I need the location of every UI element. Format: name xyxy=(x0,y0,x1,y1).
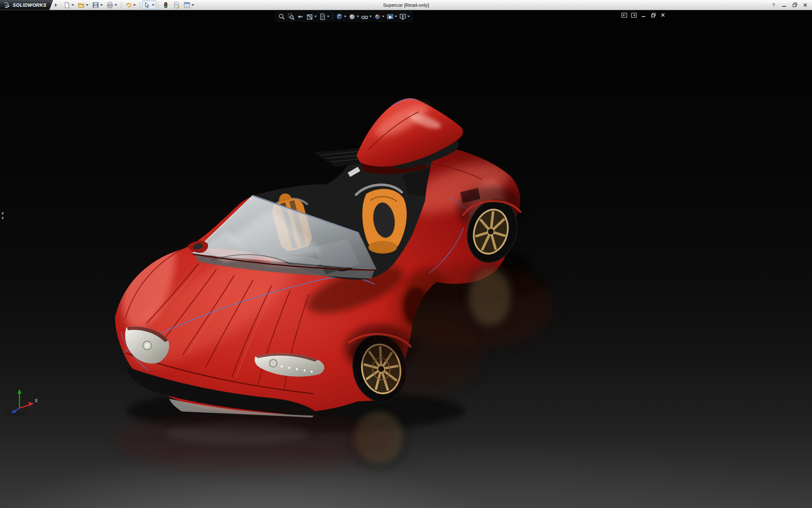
document-restore-button[interactable] xyxy=(649,11,657,19)
main-toolbar xyxy=(60,0,196,10)
edit-appearance-button[interactable] xyxy=(373,12,385,21)
rebuild-button[interactable] xyxy=(161,0,171,9)
hide-show-glasses-icon xyxy=(361,13,368,20)
document-minimize-button[interactable] xyxy=(639,11,647,19)
dropdown-arrow-icon xyxy=(357,16,359,17)
toolbar-separator xyxy=(332,14,333,20)
view-orientation-cube-icon xyxy=(336,13,343,20)
print-icon xyxy=(107,2,113,8)
hide-show-items-button[interactable] xyxy=(360,12,373,21)
display-style-icon xyxy=(348,13,356,20)
dropdown-arrow-icon xyxy=(152,4,154,6)
previous-view-icon xyxy=(297,13,304,20)
previous-view-button[interactable] xyxy=(296,12,305,21)
file-properties-icon xyxy=(173,2,180,8)
previous-document-icon xyxy=(621,13,627,18)
window-title: Supercar [Read-only] xyxy=(383,0,429,10)
dropdown-arrow-icon xyxy=(327,16,329,17)
headsup-view-toolbar xyxy=(275,11,413,22)
menu-expand-arrow[interactable] xyxy=(54,2,58,8)
rebuild-traffic-light-icon xyxy=(162,2,169,8)
close-button[interactable] xyxy=(801,1,810,9)
apply-scene-icon xyxy=(387,13,394,20)
new-document-icon xyxy=(63,2,70,8)
triad-x-label: X xyxy=(35,398,38,403)
zoom-to-area-icon xyxy=(288,13,295,20)
open-folder-icon xyxy=(78,2,85,8)
dropdown-arrow-icon xyxy=(100,4,103,6)
options-icon xyxy=(184,2,190,8)
dropdown-arrow-icon xyxy=(344,16,346,17)
toolbar-separator xyxy=(140,2,140,8)
save-button[interactable] xyxy=(91,0,104,9)
display-style-button[interactable] xyxy=(348,12,360,21)
zoom-to-area-button[interactable] xyxy=(287,12,296,21)
view-settings-icon xyxy=(399,13,406,20)
dropdown-arrow-icon xyxy=(133,4,136,6)
dropdown-arrow-icon xyxy=(369,16,372,17)
dropdown-arrow-icon xyxy=(115,4,117,6)
minimize-icon xyxy=(782,3,786,7)
toolbar-separator xyxy=(121,2,121,8)
next-document-button[interactable] xyxy=(630,11,638,19)
dropdown-arrow-icon xyxy=(86,4,88,6)
options-button[interactable] xyxy=(182,0,196,9)
edit-appearance-ball-icon xyxy=(374,13,381,20)
toolbar-separator xyxy=(158,2,159,8)
next-document-icon xyxy=(631,13,637,18)
document-close-button[interactable] xyxy=(659,11,667,19)
open-button[interactable] xyxy=(76,0,90,9)
close-icon xyxy=(661,13,665,17)
dropdown-arrow-icon xyxy=(395,16,397,17)
view-orientation-button[interactable] xyxy=(335,12,347,21)
document-window-controls xyxy=(620,11,667,19)
dropdown-arrow-icon xyxy=(382,16,384,17)
undo-icon xyxy=(125,2,132,8)
minimize-button[interactable] xyxy=(779,1,789,9)
annotation-views-button[interactable] xyxy=(318,12,330,21)
section-view-button[interactable] xyxy=(305,12,318,21)
file-properties-button[interactable] xyxy=(171,0,181,9)
print-button[interactable] xyxy=(105,0,119,9)
dropdown-arrow-icon xyxy=(192,4,194,6)
restore-button[interactable] xyxy=(790,1,799,9)
supercar-model[interactable] xyxy=(0,10,812,508)
select-cursor-icon xyxy=(144,2,151,8)
window-controls: ? xyxy=(769,1,812,9)
apply-scene-button[interactable] xyxy=(386,12,398,21)
previous-document-button[interactable] xyxy=(620,11,628,19)
dropdown-arrow-icon xyxy=(314,16,317,17)
zoom-to-fit-icon xyxy=(278,13,285,20)
undo-button[interactable] xyxy=(123,0,137,9)
brand-text: SOLIDWORKS xyxy=(13,3,47,8)
restore-icon xyxy=(651,13,656,18)
dropdown-arrow-icon xyxy=(407,16,410,17)
new-document-button[interactable] xyxy=(62,0,76,9)
title-bar: SOLIDWORKS xyxy=(0,0,812,10)
help-button[interactable]: ? xyxy=(769,1,778,9)
graphics-area[interactable]: X *Dimetric xyxy=(0,10,812,508)
section-view-icon xyxy=(306,13,313,20)
orientation-label: *Dimetric xyxy=(3,410,27,417)
minimize-icon xyxy=(641,13,646,17)
close-icon xyxy=(803,3,807,7)
select-button[interactable] xyxy=(142,0,156,9)
restore-icon xyxy=(793,3,797,7)
annotation-views-icon xyxy=(319,13,326,20)
zoom-to-fit-button[interactable] xyxy=(277,12,286,21)
dassault-3ds-icon xyxy=(3,2,11,8)
save-icon xyxy=(92,2,99,8)
solidworks-logo: SOLIDWORKS xyxy=(0,0,53,10)
featuremanager-expand-button[interactable] xyxy=(0,208,4,223)
dropdown-arrow-icon xyxy=(71,4,74,6)
view-settings-button[interactable] xyxy=(398,12,411,21)
